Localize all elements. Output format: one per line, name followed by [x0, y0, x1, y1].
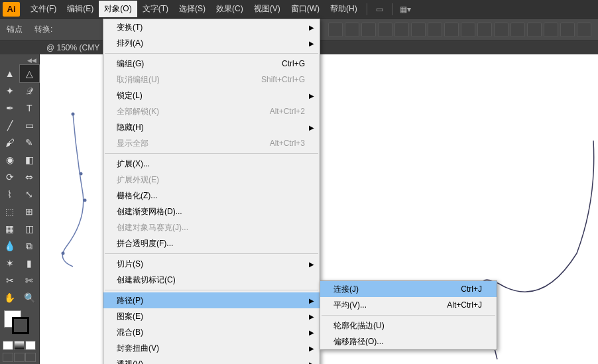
opt-icon[interactable]	[394, 23, 409, 37]
opt-icon[interactable]	[560, 23, 575, 37]
panel-collapse-icon[interactable]: ◀◀	[0, 57, 39, 64]
menu-item[interactable]: 拼合透明度(F)...	[103, 235, 320, 251]
eraser-tool[interactable]: ◧	[20, 151, 40, 168]
eyedrop-tool[interactable]: 💧	[0, 237, 20, 255]
menu-item[interactable]: 平均(V)...Alt+Ctrl+J	[320, 297, 497, 313]
menu-item[interactable]: 创建裁切标记(C)	[103, 272, 320, 288]
rect-tool[interactable]: ▭	[20, 117, 40, 134]
shape-tool[interactable]: ⬚	[0, 203, 20, 220]
select-tool[interactable]: ▲	[0, 65, 20, 82]
opt-icon[interactable]	[411, 23, 426, 37]
menu-item[interactable]: 轮廓化描边(U)	[320, 318, 497, 334]
zoom-tool[interactable]: 🔍	[20, 289, 40, 306]
menu-对象[interactable]: 对象(O)	[99, 1, 137, 17]
menu-item[interactable]: 栅格化(Z)...	[103, 188, 320, 204]
opt-icon[interactable]	[345, 23, 359, 37]
gradient-mode[interactable]	[14, 341, 25, 350]
menu-item-label: 拼合透明度(F)...	[117, 238, 173, 249]
menu-item-label: 切片(S)	[117, 259, 143, 270]
artboard-tool[interactable]: ✂	[0, 272, 20, 289]
type-tool[interactable]: T	[20, 99, 40, 117]
menu-item[interactable]: 扩展(X)...	[103, 156, 320, 172]
opt-icon[interactable]	[378, 23, 392, 37]
menu-文字[interactable]: 文字(T)	[137, 1, 174, 17]
menu-item[interactable]: 切片(S)▶	[103, 256, 320, 272]
menu-item[interactable]: 偏移路径(O)...	[320, 334, 497, 349]
menu-编辑[interactable]: 编辑(E)	[62, 1, 99, 17]
lasso-tool[interactable]: 𝒬	[20, 82, 40, 99]
color-mode-row	[3, 341, 36, 350]
pencil-tool[interactable]: ✎	[20, 134, 40, 151]
anchor-label: 锚点	[7, 24, 23, 35]
opt-icon[interactable]	[527, 23, 542, 37]
blend-tool[interactable]: ⧉	[20, 237, 40, 255]
menu-item[interactable]: 创建渐变网格(D)...	[103, 204, 320, 219]
opt-icon[interactable]	[461, 23, 475, 37]
opt-icon[interactable]	[577, 23, 591, 37]
menu-效果[interactable]: 效果(C)	[211, 1, 249, 17]
menu-item-label: 扩展(X)...	[117, 158, 150, 170]
width-tool[interactable]: ⇔	[20, 168, 40, 186]
shortcut-label: Shift+Ctrl+G	[261, 75, 305, 84]
opt-icon[interactable]	[444, 23, 459, 37]
warp-tool[interactable]: ⌇	[0, 186, 20, 203]
menu-item[interactable]: 锁定(L)▶	[103, 88, 320, 103]
menu-item[interactable]: 封套扭曲(V)▶	[103, 340, 320, 356]
draw-mode[interactable]	[25, 353, 36, 362]
menu-item[interactable]: 图案(E)▶	[103, 308, 320, 324]
opt-icon[interactable]	[328, 23, 343, 37]
menu-item-label: 路径(P)	[117, 295, 143, 306]
menu-item[interactable]: 路径(P)▶	[103, 292, 320, 308]
menu-item[interactable]: 连接(J)Ctrl+J	[320, 281, 497, 297]
arrange-icon[interactable]: ▦▾	[399, 3, 412, 15]
doc-tab-label: @ 150% (CMY	[46, 43, 99, 52]
none-mode[interactable]	[25, 341, 36, 350]
direct-tool[interactable]: △	[20, 65, 40, 82]
slice-tool[interactable]: ✄	[20, 272, 40, 289]
opt-icon[interactable]	[361, 23, 376, 37]
free-tool[interactable]: ⤡	[20, 186, 40, 203]
column-tool[interactable]: ▮	[20, 255, 40, 272]
menu-item[interactable]: 透视(V)▶	[103, 356, 320, 364]
rotate-tool[interactable]: ⟳	[0, 168, 20, 186]
graph-tool[interactable]: ⊞	[20, 203, 40, 220]
menu-帮助[interactable]: 帮助(H)	[325, 1, 363, 17]
color-mode[interactable]	[3, 341, 13, 350]
hand-tool[interactable]: ✋	[0, 289, 20, 306]
draw-mode[interactable]	[3, 353, 13, 362]
menu-选择[interactable]: 选择(S)	[174, 1, 211, 17]
blob-tool[interactable]: ◉	[0, 151, 20, 168]
menu-item[interactable]: 变换(T)▶	[103, 19, 320, 35]
stroke-swatch[interactable]	[12, 317, 29, 334]
opt-icon[interactable]	[428, 23, 442, 37]
menu-视图[interactable]: 视图(V)	[249, 1, 286, 17]
fill-stroke-swatch[interactable]	[3, 310, 36, 335]
wand-tool[interactable]: ✦	[0, 82, 20, 99]
gradient-tool[interactable]: ◫	[20, 220, 40, 237]
shortcut-label: Ctrl+G	[282, 59, 305, 68]
opt-icon[interactable]	[544, 23, 558, 37]
align-icons	[328, 23, 591, 37]
menu-item[interactable]: 隐藏(H)▶	[103, 119, 320, 135]
symbol-tool[interactable]: ✶	[0, 255, 20, 272]
menu-item-label: 显示全部	[117, 138, 149, 149]
mesh-tool[interactable]: ▦	[0, 220, 20, 237]
menu-item[interactable]: 排列(A)▶	[103, 35, 320, 51]
opt-icon[interactable]	[477, 23, 492, 37]
menu-separator	[105, 153, 318, 154]
menu-item-label: 扩展外观(E)	[117, 174, 159, 186]
shortcut-label: Alt+Ctrl+2	[270, 107, 305, 116]
menu-item: 扩展外观(E)	[103, 172, 320, 188]
menu-文件[interactable]: 文件(F)	[25, 1, 62, 17]
opt-icon[interactable]	[510, 23, 525, 37]
line-tool[interactable]: ╱	[0, 117, 20, 134]
layout-icon[interactable]: ▭	[373, 3, 387, 15]
draw-mode[interactable]	[14, 353, 25, 362]
opt-icon[interactable]	[494, 23, 508, 37]
pen-tool[interactable]: ✒	[0, 99, 20, 117]
menu-窗口[interactable]: 窗口(W)	[286, 1, 325, 17]
menu-item[interactable]: 编组(G)Ctrl+G	[103, 56, 320, 72]
brush-tool[interactable]: 🖌	[0, 134, 20, 151]
menu-item[interactable]: 混合(B)▶	[103, 324, 320, 340]
menu-item-label: 创建对象马赛克(J)...	[117, 222, 188, 233]
